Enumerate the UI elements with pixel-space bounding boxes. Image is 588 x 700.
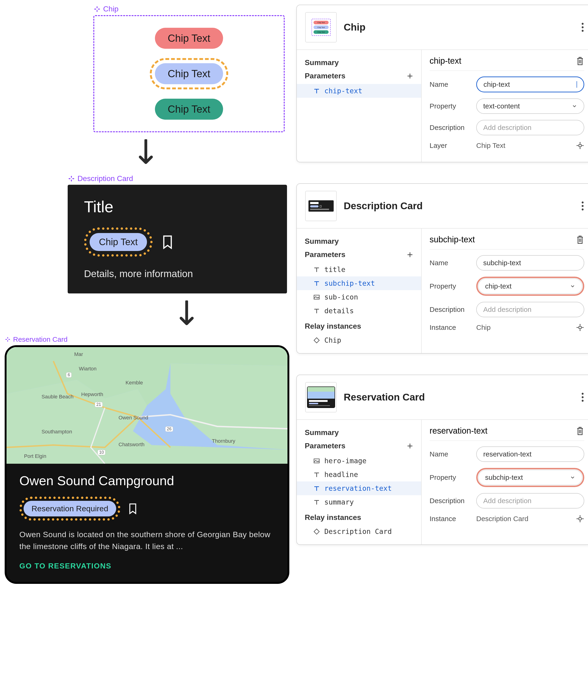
property-select[interactable]: subchip-text [478, 470, 582, 485]
text-param-icon [313, 485, 320, 492]
delete-icon[interactable] [576, 56, 584, 66]
instance-field-label: Instance [430, 515, 472, 523]
summary-tab[interactable]: Summary [297, 235, 421, 248]
component-icon [93, 5, 101, 13]
add-parameter-icon[interactable] [407, 251, 413, 258]
svg-point-6 [582, 205, 584, 207]
description-input[interactable]: Add description [476, 120, 584, 135]
route-badge: 26 [165, 426, 173, 432]
chip-variant-blue: Chip Text [155, 63, 223, 84]
more-menu-icon[interactable] [581, 23, 584, 32]
chevron-down-icon [570, 283, 575, 289]
svg-point-10 [582, 393, 584, 395]
reservation-headline: Owen Sound Campground [19, 473, 274, 488]
inspector-panel-chip: Chip Text Chip Text Chip Text Chip Summa… [296, 5, 588, 162]
locate-icon[interactable] [576, 515, 584, 523]
name-field-label: Name [430, 259, 472, 267]
parameter-item-chip-text[interactable]: chip-text [297, 84, 421, 98]
name-input[interactable]: chip-text [476, 77, 584, 92]
name-input[interactable]: reservation-text [476, 446, 584, 462]
summary-tab[interactable]: Summary [297, 426, 421, 439]
reservation-card-canvas: Reservation Card Mar [5, 335, 289, 584]
chevron-down-icon [570, 475, 575, 480]
reservation-chip: Reservation Required [24, 501, 116, 516]
chevron-down-icon [572, 103, 577, 109]
svg-point-3 [582, 30, 584, 32]
parameters-label: Parameters [305, 250, 345, 259]
parameter-item-subchip-text[interactable]: subchip-text [297, 276, 421, 290]
map-label: Thornbury [212, 438, 235, 444]
description-card-chip: Chip Text [90, 233, 147, 251]
map-label: Owen Sound [118, 415, 148, 421]
svg-point-7 [582, 209, 584, 210]
parameter-item-hero-image[interactable]: hero-image [297, 454, 421, 468]
route-badge: 6 [66, 372, 72, 378]
property-select[interactable]: chip-text [478, 279, 582, 294]
reservation-card-label: Reservation Card [5, 335, 289, 343]
map-label: Sauble Beach [42, 394, 73, 400]
bookmark-icon [162, 235, 173, 249]
reservation-card-label-text: Reservation Card [13, 335, 67, 343]
parameter-item-sub-icon[interactable]: sub-icon [297, 290, 421, 304]
more-menu-icon[interactable] [581, 393, 584, 402]
description-input[interactable]: Add description [476, 302, 584, 317]
instance-field-label: Instance [430, 324, 472, 331]
parameters-label: Parameters [305, 442, 345, 450]
parameter-item-label: headline [324, 470, 358, 479]
delete-icon[interactable] [576, 426, 584, 435]
property-heading: chip-text [430, 56, 461, 66]
locate-icon[interactable] [576, 141, 584, 150]
parameter-item-headline[interactable]: headline [297, 468, 421, 481]
add-parameter-icon[interactable] [407, 73, 413, 79]
relay-instance-chip[interactable]: Chip [297, 333, 421, 347]
description-card-details: Details, more information [84, 268, 273, 279]
description-card-label-text: Description Card [77, 174, 133, 183]
svg-point-5 [582, 202, 584, 203]
image-param-icon [313, 294, 320, 301]
property-field-label: Property [430, 282, 472, 290]
inspector-panel-reservation-card: Reservation Card Summary Parameters hero… [296, 375, 588, 545]
summary-tab-label: Summary [305, 428, 339, 437]
component-icon [5, 336, 11, 342]
delete-icon[interactable] [576, 235, 584, 244]
svg-point-11 [582, 396, 584, 398]
svg-point-4 [579, 144, 581, 147]
description-input[interactable]: Add description [476, 493, 584, 508]
parameter-item-label: sub-icon [324, 293, 358, 301]
parameters-label: Parameters [305, 72, 345, 80]
summary-tab[interactable]: Summary [297, 56, 421, 69]
name-field-label: Name [430, 80, 472, 88]
map-label: Port Elgin [24, 453, 46, 459]
chip-variant-green: Chip Text [155, 99, 223, 120]
property-select-value: text-content [483, 102, 520, 110]
property-select[interactable]: text-content [476, 98, 584, 114]
parameter-item-summary[interactable]: summary [297, 495, 421, 509]
locate-icon[interactable] [576, 323, 584, 332]
parameter-item-details[interactable]: details [297, 304, 421, 318]
reservation-cta-link[interactable]: GO TO RESERVATIONS [19, 562, 274, 570]
relay-instance-description-card[interactable]: Description Card [297, 525, 421, 538]
panel-thumb [305, 191, 337, 221]
name-field-label: Name [430, 450, 472, 458]
chip-selection-outline: Chip Text [150, 58, 228, 89]
svg-point-1 [582, 23, 584, 25]
parameter-item-label: details [324, 307, 354, 315]
description-field-label: Description [430, 497, 472, 505]
layer-value: Chip Text [476, 142, 505, 150]
parameter-item-reservation-text[interactable]: reservation-text [297, 481, 421, 495]
panel-title: Description Card [344, 200, 574, 212]
summary-tab-label: Summary [305, 58, 339, 67]
parameter-item-title[interactable]: title [297, 263, 421, 276]
map-label: Mar [74, 351, 83, 357]
panel-title: Chip [344, 22, 574, 33]
more-menu-icon[interactable] [581, 201, 584, 211]
add-parameter-icon[interactable] [407, 443, 413, 449]
map-label: Wiarton [79, 366, 97, 372]
map-label: Hepworth [81, 391, 103, 397]
text-param-icon [313, 499, 320, 506]
description-card-label: Description Card [68, 174, 287, 183]
property-select-value: subchip-text [485, 474, 523, 481]
property-select-value: chip-text [485, 282, 512, 290]
description-card-canvas: Description Card Title Chip Text Details… [68, 174, 287, 293]
name-input[interactable]: subchip-text [476, 255, 584, 271]
